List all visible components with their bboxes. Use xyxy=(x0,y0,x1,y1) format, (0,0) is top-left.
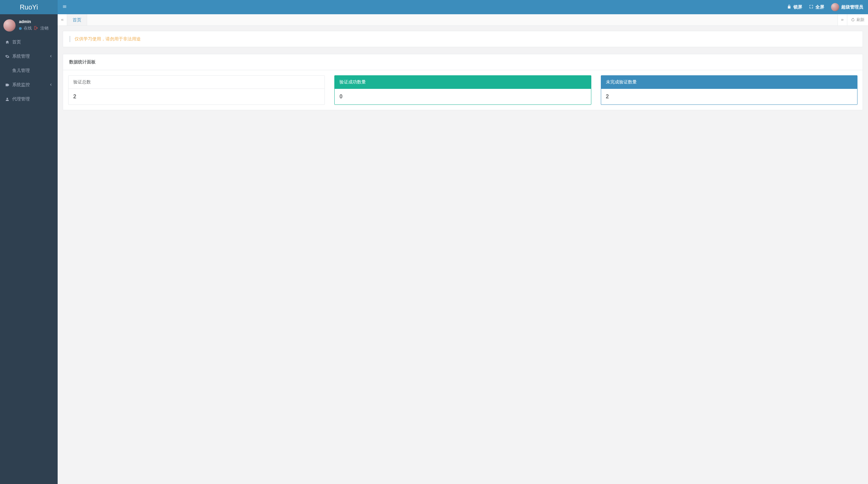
sidebar-item[interactable]: 系统管理 xyxy=(0,49,58,63)
user-menu[interactable]: 超级管理员 xyxy=(831,3,863,11)
sidebar-item-label: 首页 xyxy=(12,39,21,45)
sidebar-item-label: 系统监控 xyxy=(12,82,30,88)
person-icon xyxy=(5,97,9,101)
brand-logo[interactable]: RuoYi xyxy=(0,0,58,14)
user-panel: admin 在线 注销 xyxy=(0,14,58,35)
avatar[interactable] xyxy=(3,19,16,32)
status-dot-icon xyxy=(19,27,22,30)
stats-panel-title: 数据统计面板 xyxy=(63,54,863,70)
lock-screen-label: 锁屏 xyxy=(793,4,802,10)
stat-card-value: 0 xyxy=(335,89,591,104)
user-status-label: 在线 xyxy=(24,25,32,31)
refresh-icon xyxy=(851,18,855,22)
stat-card: 验证成功数量0 xyxy=(334,75,591,105)
notice-box: 仅供学习使用，请勿用于非法用途 xyxy=(63,31,863,47)
chevron-left-icon xyxy=(48,82,53,88)
home-icon xyxy=(5,40,9,44)
notice-text: 仅供学习使用，请勿用于非法用途 xyxy=(69,36,856,42)
expand-icon xyxy=(809,4,813,10)
logout-link[interactable]: 注销 xyxy=(40,25,48,31)
chevron-double-right-icon xyxy=(840,18,845,22)
sidebar-item-label: 系统管理 xyxy=(12,53,30,59)
tabs-scroll-left-button[interactable] xyxy=(58,14,67,25)
user-name: admin xyxy=(19,19,48,24)
sidebar-item[interactable]: 首页 xyxy=(0,35,58,49)
user-display-name: 超级管理员 xyxy=(841,4,863,10)
sidebar: RuoYi admin 在线 注销 首页系统管理鱼儿管理系统监控代理管理 xyxy=(0,0,58,484)
stat-card: 未完成验证数量2 xyxy=(601,75,857,105)
sidebar-item[interactable]: 系统监控 xyxy=(0,78,58,92)
sidebar-item-label: 鱼儿管理 xyxy=(12,67,30,74)
lock-icon xyxy=(787,4,791,10)
sidebar-item-label: 代理管理 xyxy=(12,96,30,102)
stat-card: 验证总数2 xyxy=(68,75,325,105)
tabbar: 首页 刷新 xyxy=(58,14,868,26)
avatar xyxy=(831,3,839,11)
chevron-left-icon xyxy=(48,54,53,59)
refresh-button[interactable]: 刷新 xyxy=(847,14,868,25)
sidebar-item[interactable]: 代理管理 xyxy=(0,92,58,106)
tab-home[interactable]: 首页 xyxy=(67,14,87,25)
lock-screen-button[interactable]: 锁屏 xyxy=(787,4,802,10)
menu-toggle-icon[interactable] xyxy=(62,4,67,10)
content-area: 仅供学习使用，请勿用于非法用途 数据统计面板 验证总数2验证成功数量0未完成验证… xyxy=(58,26,868,484)
stat-card-value: 2 xyxy=(68,89,324,104)
fullscreen-label: 全屏 xyxy=(815,4,824,10)
stat-card-title: 验证总数 xyxy=(68,76,324,89)
stat-card-title: 未完成验证数量 xyxy=(601,76,857,89)
refresh-label: 刷新 xyxy=(856,17,865,23)
sidebar-nav: 首页系统管理鱼儿管理系统监控代理管理 xyxy=(0,35,58,106)
gear-icon xyxy=(5,54,9,59)
tabs-scroll-right-button[interactable] xyxy=(837,14,847,25)
fullscreen-button[interactable]: 全屏 xyxy=(809,4,824,10)
sign-out-icon[interactable] xyxy=(34,26,38,31)
chevron-double-left-icon xyxy=(60,18,64,22)
sidebar-item[interactable]: 鱼儿管理 xyxy=(0,63,58,78)
stat-card-value: 2 xyxy=(601,89,857,104)
stats-panel: 数据统计面板 验证总数2验证成功数量0未完成验证数量2 xyxy=(63,54,863,110)
video-icon xyxy=(5,83,9,87)
stat-card-title: 验证成功数量 xyxy=(335,76,591,89)
topbar: 锁屏 全屏 超级管理员 xyxy=(58,0,868,14)
